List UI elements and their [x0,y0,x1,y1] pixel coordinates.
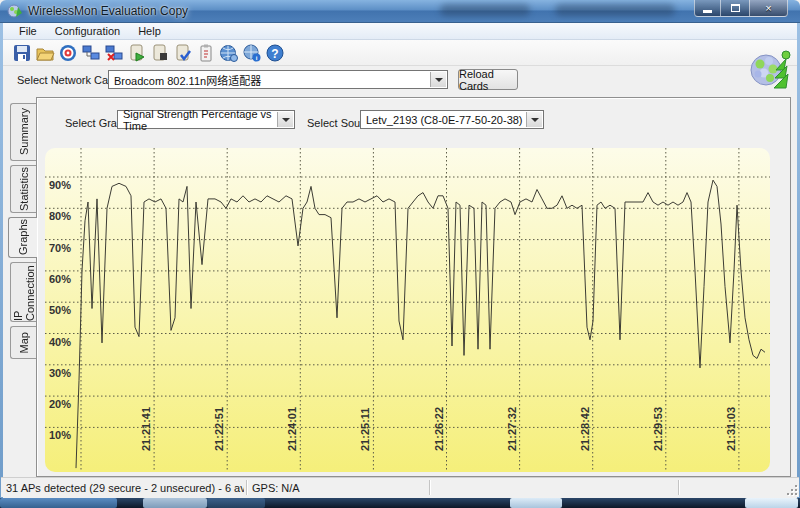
save-icon[interactable] [10,42,33,64]
resize-grip[interactable] [785,483,797,495]
source-select[interactable]: Letv_2193 (C8-0E-77-50-20-38) [360,110,544,129]
menu-configuration[interactable]: Configuration [46,23,129,39]
tab-graphs[interactable]: Graphs [8,217,37,258]
ap-status-text: 31 APs detected (29 secure - 2 unsecured… [6,482,244,494]
svg-text:21:29:53: 21:29:53 [652,407,664,451]
svg-text:20%: 20% [49,398,71,410]
verify-log-icon[interactable] [171,42,194,64]
open-folder-icon[interactable] [33,42,56,64]
graph-type-select[interactable]: Signal Strength Percentage vs Time [117,110,295,129]
window-frame-left [0,23,3,498]
window-title: WirelessMon Evaluation Copy [28,4,188,18]
taskbar-button[interactable] [0,498,117,508]
network-card-select[interactable]: Broadcom 802.11n网络适配器 [108,70,448,89]
clipboard-icon[interactable] [194,42,217,64]
minimize-button[interactable] [694,0,721,17]
tab-label: IP Connection [12,263,36,321]
select-network-card-label: Select Network Card [17,74,118,86]
app-window: WirelessMon Evaluation Copy × File Confi… [0,0,800,508]
status-bar: 31 APs detected (29 secure - 2 unsecured… [1,477,799,497]
network-card-row: Select Network Card Broadcom 802.11n网络适配… [3,66,797,94]
svg-text:21:28:42: 21:28:42 [579,407,591,451]
tab-ip-connection[interactable]: IP Connection [10,262,36,322]
svg-text:21:26:22: 21:26:22 [433,407,445,451]
menu-bar: File Configuration Help [3,23,797,40]
network-card-value: Broadcom 802.11n网络适配器 [114,72,261,88]
chevron-down-icon[interactable] [526,112,542,127]
svg-text:10%: 10% [49,429,71,441]
svg-text:60%: 60% [49,273,71,285]
svg-text:40%: 40% [49,336,71,348]
globe-info-icon[interactable]: i [240,42,263,64]
tab-label: Graphs [17,219,29,255]
app-icon [7,3,23,19]
tab-label: Map [18,332,30,353]
svg-text:21:24:01: 21:24:01 [286,407,298,451]
taskbar-button[interactable] [143,498,207,508]
source-value: Letv_2193 (C8-0E-77-50-20-38) [366,114,523,126]
toolbar: i? [3,40,797,66]
gps-status-text: GPS: N/A [252,482,300,494]
svg-text:21:27:32: 21:27:32 [506,407,518,451]
svg-text:?: ? [271,46,278,60]
tab-statistics[interactable]: Statistics [10,165,36,213]
svg-text:21:21:41: 21:21:41 [140,407,152,451]
svg-text:21:22:51: 21:22:51 [213,407,225,451]
maximize-button[interactable] [721,0,749,17]
svg-text:90%: 90% [49,179,71,191]
globe-icon[interactable] [217,42,240,64]
start-logging-icon[interactable] [125,42,148,64]
signal-strength-chart: 90%80%70%60%50%40%30%20%10%21:21:4121:22… [45,148,770,472]
svg-text:50%: 50% [49,304,71,316]
aero-blur [555,4,675,16]
stop-logging-icon[interactable] [148,42,171,64]
wirelessmon-logo-icon [746,46,794,96]
target-icon[interactable] [56,42,79,64]
reload-cards-button[interactable]: Reload Cards [458,69,518,90]
svg-text:80%: 80% [49,210,71,222]
taskbar-button[interactable] [207,498,265,508]
tab-summary[interactable]: Summary [10,103,36,161]
tab-label: Statistics [18,167,30,211]
svg-text:70%: 70% [49,242,71,254]
aero-blur [440,4,530,16]
taskbar-strip [0,498,800,508]
menu-file[interactable]: File [10,23,46,39]
help-icon[interactable]: ? [263,42,286,64]
menu-help[interactable]: Help [129,23,170,39]
chevron-down-icon[interactable] [430,72,446,87]
svg-text:21:31:03: 21:31:03 [725,407,737,451]
taskbar-button[interactable] [745,498,798,508]
title-bar: WirelessMon Evaluation Copy × [0,0,800,23]
chevron-down-icon[interactable] [277,112,293,127]
svg-text:21:25:11: 21:25:11 [359,408,371,451]
svg-text:30%: 30% [49,367,71,379]
network-disconnect-icon[interactable] [102,42,125,64]
graph-type-value: Signal Strength Percentage vs Time [123,108,294,132]
taskbar-button[interactable] [510,498,562,508]
network-cards-icon[interactable] [79,42,102,64]
tab-label: Summary [18,108,30,155]
tab-map[interactable]: Map [10,326,36,359]
close-button[interactable]: × [749,0,788,17]
